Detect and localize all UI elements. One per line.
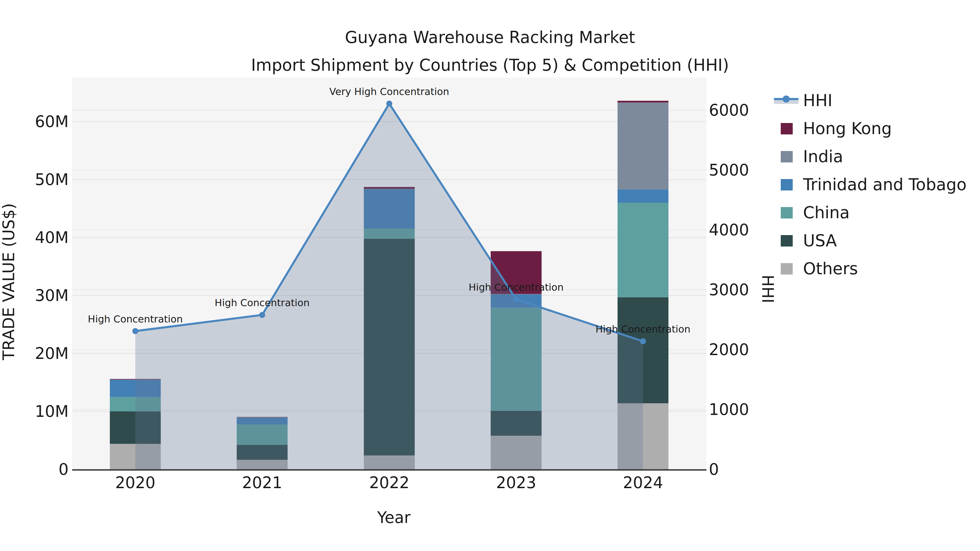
- legend-swatch: [781, 123, 793, 134]
- x-axis-label: Year: [377, 508, 411, 527]
- y-axis-label: TRADE VALUE (US$): [0, 203, 18, 360]
- plot-layer: High ConcentrationHigh ConcentrationVery…: [35, 78, 749, 492]
- legend-label: Trinidad and Tobago: [803, 175, 967, 194]
- bar-segment-trinidad-and-tobago-2024: [618, 189, 668, 203]
- legend: HHIHong KongIndiaTrinidad and TobagoChin…: [774, 91, 967, 278]
- hhi-marker-2023: [513, 296, 519, 302]
- chart-title-line1: Guyana Warehouse Racking Market: [345, 28, 635, 47]
- y2-tick-label: 0: [709, 460, 719, 479]
- legend-item-hong-kong: Hong Kong: [781, 119, 892, 138]
- legend-swatch: [781, 207, 793, 219]
- y-tick-label: 60M: [35, 113, 68, 131]
- annotation-2020: High Concentration: [88, 313, 183, 325]
- legend-item-india: India: [781, 147, 843, 166]
- x-tick-label: 2023: [496, 473, 536, 492]
- legend-item-usa: USA: [781, 231, 837, 250]
- legend-item-hhi: HHI: [774, 91, 832, 110]
- hhi-marker-2022: [386, 101, 392, 106]
- y2-tick-label: 6000: [709, 101, 749, 119]
- bar-segment-china-2024: [618, 203, 668, 297]
- annotation-2024: High Concentration: [596, 324, 690, 335]
- legend-label: HHI: [803, 91, 832, 110]
- x-tick-label: 2021: [242, 473, 282, 492]
- x-tick-label: 2022: [369, 473, 409, 492]
- legend-label: China: [803, 203, 850, 222]
- legend-label: Hong Kong: [803, 119, 892, 138]
- hhi-marker-2024: [640, 338, 646, 344]
- chart-title-line2: Import Shipment by Countries (Top 5) & C…: [251, 56, 729, 75]
- annotation-2021: High Concentration: [215, 297, 310, 308]
- y-tick-label: 30M: [35, 286, 68, 305]
- legend-item-china: China: [781, 203, 850, 222]
- bar-segment-india-2024: [618, 103, 668, 189]
- y2-tick-label: 5000: [709, 161, 749, 179]
- y2-tick-label: 1000: [709, 400, 749, 419]
- legend-item-others: Others: [781, 259, 858, 278]
- legend-swatch: [781, 235, 793, 246]
- y-tick-label: 0: [59, 460, 68, 479]
- legend-label: USA: [803, 231, 837, 250]
- legend-item-trinidad-and-tobago: Trinidad and Tobago: [781, 175, 967, 194]
- y-tick-label: 20M: [35, 344, 68, 363]
- y-tick-label: 40M: [35, 228, 68, 247]
- y2-tick-label: 4000: [709, 221, 749, 239]
- legend-swatch: [781, 179, 793, 191]
- y2-tick-label: 3000: [709, 281, 749, 299]
- chart-canvas: High ConcentrationHigh ConcentrationVery…: [0, 0, 980, 551]
- y2-axis-label: HHI: [759, 275, 777, 303]
- x-tick-label: 2020: [115, 473, 156, 492]
- legend-hhi-marker: [783, 95, 790, 103]
- figure: High ConcentrationHigh ConcentrationVery…: [0, 0, 980, 551]
- annotation-2022: Very High Concentration: [329, 86, 449, 97]
- legend-swatch: [781, 263, 793, 275]
- bar-segment-hong-kong-2024: [618, 101, 668, 102]
- y-tick-label: 10M: [35, 402, 68, 421]
- hhi-marker-2020: [132, 328, 138, 334]
- x-tick-label: 2024: [623, 473, 663, 492]
- legend-label: India: [803, 147, 843, 166]
- legend-swatch: [781, 151, 793, 162]
- hhi-marker-2021: [259, 312, 265, 318]
- y-tick-label: 50M: [35, 170, 68, 189]
- y2-tick-label: 2000: [709, 340, 749, 359]
- annotation-2023: High Concentration: [469, 282, 564, 293]
- legend-label: Others: [803, 259, 858, 278]
